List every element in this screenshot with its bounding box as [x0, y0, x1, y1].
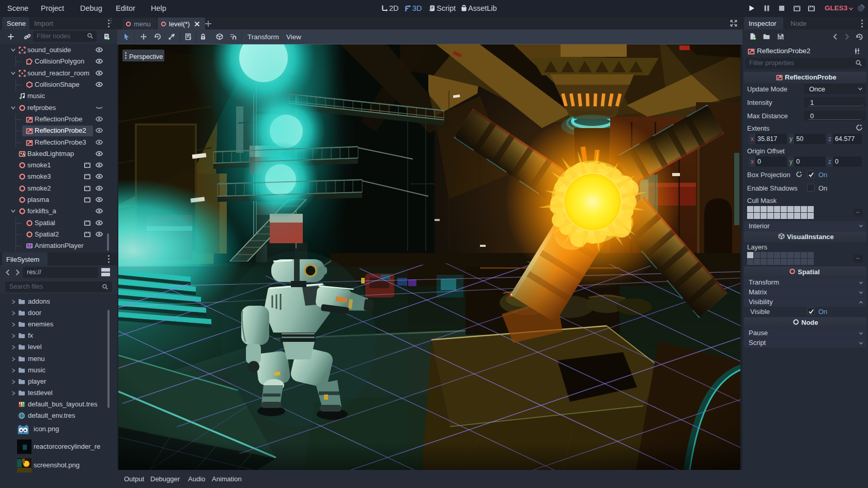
svg-text:Perspective: Perspective — [129, 53, 163, 60]
